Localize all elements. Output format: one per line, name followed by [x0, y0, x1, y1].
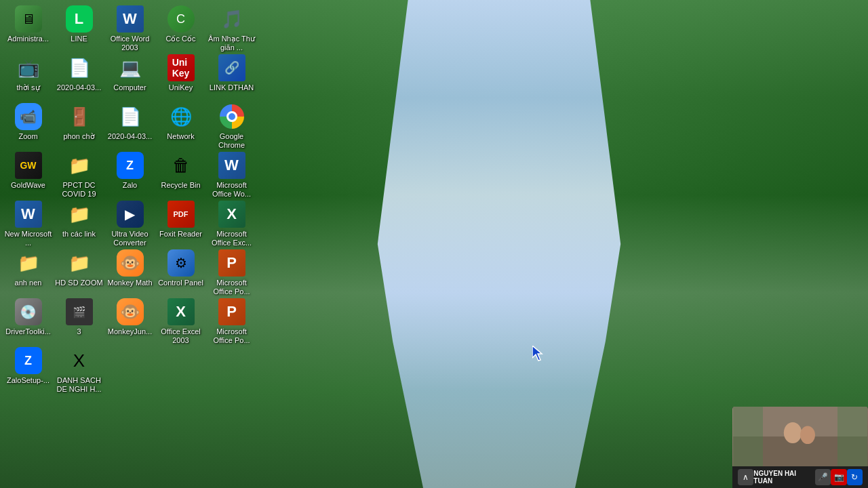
desktop-icon-msword[interactable]: W Microsoft Office Wo...: [206, 149, 257, 198]
icon-image-officeword2003: W: [117, 5, 144, 33]
zoom-participant-name: NGUYEN HAI TUAN: [753, 470, 815, 485]
desktop-icon-danhsach[interactable]: X DANH SACH DE NGHI H...: [54, 344, 104, 393]
icon-image-linkdthan: 🔗: [218, 54, 245, 81]
desktop-icon-thcaclink[interactable]: 📁 th các link: [54, 198, 104, 247]
desktop-icon-zalosetup[interactable]: Z ZaloSetup-...: [3, 344, 54, 393]
desktop-icon-unikey[interactable]: UniKey UniKey: [155, 52, 206, 100]
zoom-chevron-button[interactable]: ∧: [738, 469, 753, 485]
icon-label-control: Control Panel: [158, 279, 203, 287]
desktop-icon-network[interactable]: 🌐 Network: [155, 100, 206, 149]
desktop-icon-recycle[interactable]: 🗑 Recycle Bin: [155, 149, 206, 198]
desktop-icon-zoom[interactable]: 📹 Zoom: [3, 100, 54, 149]
icon-image-excel2003: X: [167, 298, 195, 325]
icon-image-msppt: P: [218, 249, 245, 277]
icon-label-danhsach: DANH SACH DE NGHI H...: [55, 376, 103, 394]
icon-label-administra: Administra...: [7, 35, 49, 43]
icon-image-monkeyjun: 🐵: [117, 298, 144, 325]
icon-label-line: LINE: [71, 35, 87, 43]
icon-label-num3: 3: [77, 327, 81, 336]
icon-image-line: L: [66, 5, 93, 33]
icon-label-driver: DriverToolki...: [5, 327, 51, 336]
desktop-icon-ultra[interactable]: ▶ Ultra Video Converter: [104, 198, 155, 247]
icon-label-anhnen: anh nen: [15, 279, 42, 287]
icon-label-msexcel: Microsoft Office Exc...: [208, 230, 256, 247]
icon-image-doc2020b: 📄: [117, 103, 144, 130]
desktop-icon-control[interactable]: ⚙ Control Panel: [155, 247, 206, 296]
icon-image-chrome: [218, 103, 245, 130]
desktop-icon-msppt[interactable]: P Microsoft Office Po...: [206, 247, 257, 296]
icon-image-anhnen: 📁: [15, 249, 42, 277]
zoom-thumbnail: [732, 407, 868, 466]
desktop-icon-line[interactable]: L LINE: [54, 3, 104, 52]
desktop-icon-zalo[interactable]: Z Zalo: [104, 149, 155, 198]
desktop-icon-ppct[interactable]: 📁 PPCT DC COVID 19: [54, 149, 104, 198]
icon-label-doc2020a: 2020-04-03...: [57, 83, 101, 92]
icon-image-control: ⚙: [167, 249, 195, 277]
desktop-icon-officeword2003[interactable]: W Office Word 2003: [104, 3, 155, 52]
icon-image-msexcel: X: [218, 201, 245, 228]
icon-label-recycle: Recycle Bin: [161, 181, 200, 190]
icon-label-ppct: PPCT DC COVID 19: [55, 181, 103, 199]
icon-label-foxit: Foxit Reader: [159, 230, 202, 239]
zoom-video-feed: [732, 407, 868, 466]
icon-label-chrome: Google Chrome: [208, 132, 256, 150]
icon-label-phoncho: phon chờ: [63, 132, 94, 141]
icon-image-ultra: ▶: [117, 201, 144, 228]
desktop-icon-chrome[interactable]: Google Chrome: [206, 100, 257, 149]
desktop-icon-anhnen[interactable]: 📁 anh nen: [3, 247, 54, 296]
icon-label-doc2020b: 2020-04-03...: [108, 132, 152, 141]
desktop-icon-doc2020b[interactable]: 📄 2020-04-03...: [104, 100, 155, 149]
desktop-icon-thoisu[interactable]: 📺 thời sự: [3, 52, 54, 100]
icon-label-hdsd: HD SD ZOOM: [55, 279, 102, 287]
zoom-call-overlay: ∧ NGUYEN HAI TUAN 🎤 📷 ↻: [732, 407, 868, 488]
icon-image-danhsach: X: [66, 347, 93, 374]
icon-label-unikey: UniKey: [169, 83, 193, 92]
icon-label-zoom: Zoom: [18, 132, 37, 141]
zoom-refresh-button[interactable]: ↻: [847, 469, 863, 485]
svg-point-2: [784, 422, 802, 443]
desktop-icon-goldwave[interactable]: GW GoldWave: [3, 149, 54, 198]
icon-image-thoisu: 📺: [15, 54, 42, 81]
desktop-icon-coccoc[interactable]: C Cốc Cốc: [155, 3, 206, 52]
desktop-icons-grid: 🖥 Administra... L LINE W Office Word 200…: [0, 0, 260, 488]
icon-image-zalo: Z: [117, 152, 144, 179]
desktop-icon-monkeyjun[interactable]: 🐵 MonkeyJun...: [104, 296, 155, 344]
desktop-icon-newword[interactable]: W New Microsoft ...: [3, 198, 54, 247]
zoom-mic-button[interactable]: 🎤: [815, 469, 831, 485]
icon-label-newword: New Microsoft ...: [4, 230, 52, 247]
icon-image-computer: 💻: [117, 54, 144, 81]
desktop-icon-phoncho[interactable]: 🚪 phon chờ: [54, 100, 104, 149]
desktop-icon-msppt2[interactable]: P Microsoft Office Po...: [206, 296, 257, 344]
zoom-video-button[interactable]: 📷: [831, 469, 846, 485]
desktop-icon-computer[interactable]: 💻 Computer: [104, 52, 155, 100]
icon-label-excel2003: Office Excel 2003: [157, 327, 205, 345]
icon-image-administra: 🖥: [15, 5, 42, 33]
zoom-controls-bar: ∧ NGUYEN HAI TUAN 🎤 📷 ↻: [732, 466, 868, 488]
icon-image-num3: 🎬: [66, 298, 93, 325]
icon-label-goldwave: GoldWave: [11, 181, 45, 190]
icon-label-zalosetup: ZaloSetup-...: [7, 376, 50, 385]
desktop-icon-excel2003[interactable]: X Office Excel 2003: [155, 296, 206, 344]
icon-image-hdsd: 📁: [66, 249, 93, 277]
desktop-icon-foxit[interactable]: PDF Foxit Reader: [155, 198, 206, 247]
icon-label-network: Network: [167, 132, 194, 141]
icon-label-coccoc: Cốc Cốc: [166, 35, 196, 43]
desktop-icon-linkdthan[interactable]: 🔗 LINK DTHAN: [206, 52, 257, 100]
desktop-icon-msexcel[interactable]: X Microsoft Office Exc...: [206, 198, 257, 247]
desktop-icon-administra[interactable]: 🖥 Administra...: [3, 3, 54, 52]
icon-image-doc2020a: 📄: [66, 54, 93, 81]
desktop-icon-doc2020a[interactable]: 📄 2020-04-03...: [54, 52, 104, 100]
desktop-icon-num3[interactable]: 🎬 3: [54, 296, 104, 344]
icon-image-network: 🌐: [167, 103, 195, 130]
icon-label-msppt2: Microsoft Office Po...: [208, 327, 256, 345]
svg-rect-5: [837, 407, 867, 466]
desktop-icon-hdsd[interactable]: 📁 HD SD ZOOM: [54, 247, 104, 296]
icon-image-ppct: 📁: [66, 152, 93, 179]
icon-image-goldwave: GW: [15, 152, 42, 179]
icon-image-recycle: 🗑: [167, 152, 195, 179]
desktop-icon-monkey[interactable]: 🐵 Monkey Math: [104, 247, 155, 296]
icon-label-officeword2003: Office Word 2003: [106, 35, 154, 52]
desktop-icon-driver[interactable]: 💿 DriverToolki...: [3, 296, 54, 344]
icon-image-mp3: 🎵: [218, 5, 245, 33]
desktop-icon-mp3[interactable]: 🎵 Âm Nhạc Thư giãn ...: [206, 3, 257, 52]
